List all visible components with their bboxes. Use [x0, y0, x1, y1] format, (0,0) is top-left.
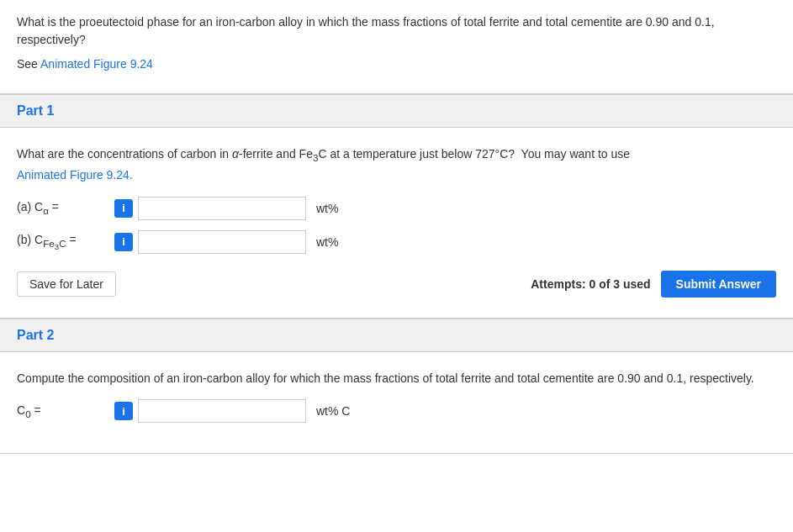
info-button-c0[interactable]: i — [114, 402, 133, 420]
intro-see-text: See — [17, 57, 40, 71]
intro-question: What is the proeutectoid phase for an ir… — [17, 13, 776, 49]
submit-answer-button[interactable]: Submit Answer — [661, 271, 776, 298]
input-b-label: (b) CFe3C = — [17, 233, 109, 251]
part2-description: Compute the composition of an iron-carbo… — [17, 369, 776, 387]
part2-title: Part 2 — [17, 328, 54, 342]
intro-section: What is the proeutectoid phase for an ir… — [0, 0, 793, 94]
part1-body: What are the concentrations of carbon in… — [0, 128, 793, 319]
attempts-text: Attempts: 0 of 3 used — [531, 277, 650, 291]
input-a-label: (a) Cα = — [17, 200, 109, 216]
input-b-unit: wt% — [316, 235, 338, 249]
part1-title: Part 1 — [17, 103, 54, 118]
input-c0-field[interactable] — [138, 399, 306, 423]
input-a-unit: wt% — [316, 202, 338, 215]
input-c0-unit: wt% C — [316, 404, 350, 418]
info-button-b[interactable]: i — [114, 233, 133, 251]
input-b-field[interactable] — [138, 230, 306, 254]
input-a-field[interactable] — [138, 197, 306, 220]
animated-figure-link-intro[interactable]: Animated Figure 9.24 — [40, 57, 153, 71]
input-row-a: (a) Cα = i wt% — [17, 197, 776, 220]
input-row-b: (b) CFe3C = i wt% — [17, 230, 776, 254]
input-c0-label: C0 = — [17, 403, 109, 419]
part1-footer: Save for Later Attempts: 0 of 3 used Sub… — [17, 271, 776, 298]
part1-description: What are the concentrations of carbon in… — [17, 145, 776, 185]
save-for-later-button[interactable]: Save for Later — [17, 271, 116, 297]
part1-header-section: Part 1 — [0, 94, 793, 128]
info-button-a[interactable]: i — [114, 199, 133, 218]
animated-figure-link-part1[interactable]: Animated Figure 9.24. — [17, 168, 133, 182]
attempts-submit-area: Attempts: 0 of 3 used Submit Answer — [531, 271, 776, 298]
part2-header-section: Part 2 — [0, 319, 793, 352]
intro-see-line: See Animated Figure 9.24 — [17, 55, 776, 73]
input-row-c0: C0 = i wt% C — [17, 399, 776, 423]
part2-body: Compute the composition of an iron-carbo… — [0, 352, 793, 454]
